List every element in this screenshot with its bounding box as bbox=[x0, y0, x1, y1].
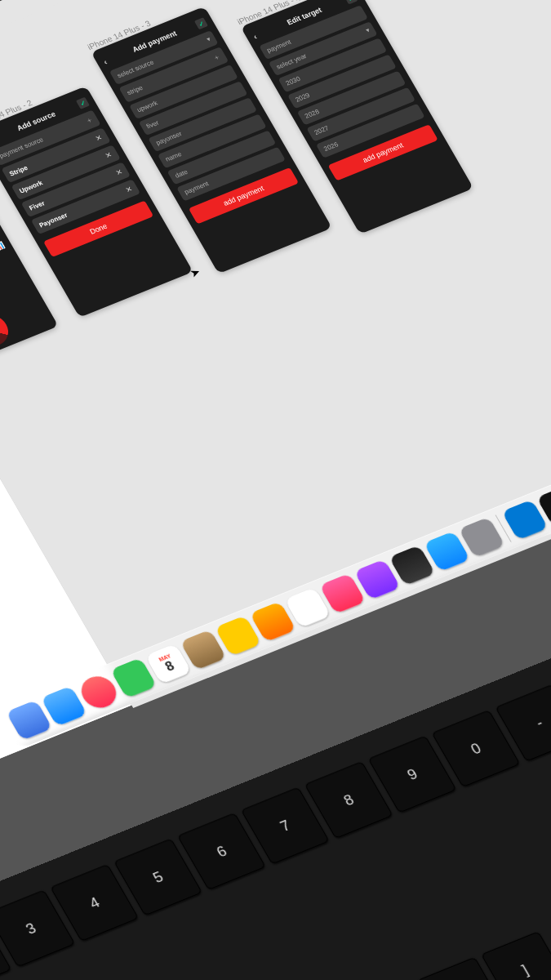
confirm-icon[interactable]: ✓ bbox=[194, 17, 208, 29]
chevron-down-icon: ▾ bbox=[364, 27, 371, 34]
close-icon[interactable]: ✕ bbox=[124, 185, 134, 194]
cursor-icon: ➤ bbox=[188, 265, 203, 279]
confirm-icon[interactable]: ✓ bbox=[344, 0, 358, 4]
plus-icon[interactable]: ＋ bbox=[84, 115, 95, 126]
back-icon[interactable]: ‹ bbox=[251, 32, 259, 41]
back-icon[interactable]: ‹ bbox=[102, 57, 109, 66]
close-icon[interactable]: ✕ bbox=[94, 133, 104, 143]
plus-icon[interactable]: ＋ bbox=[211, 52, 222, 63]
confirm-icon[interactable]: ✓ bbox=[76, 97, 90, 109]
chevron-down-icon: ▾ bbox=[205, 36, 211, 43]
close-icon[interactable]: ✕ bbox=[104, 150, 113, 160]
close-icon[interactable]: ✕ bbox=[113, 167, 123, 177]
pie-chart bbox=[0, 310, 15, 351]
key-]: ] bbox=[481, 931, 551, 980]
chart-icon[interactable]: 📊 bbox=[0, 240, 6, 251]
